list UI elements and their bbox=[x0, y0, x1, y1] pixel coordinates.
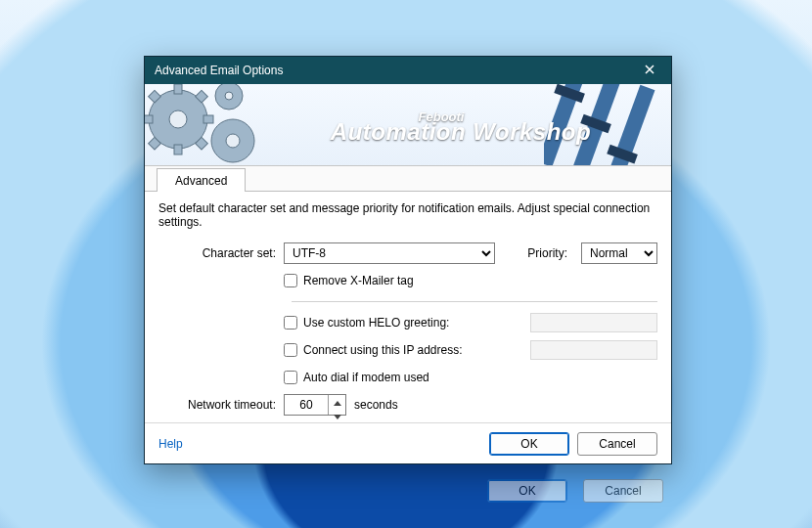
helo-field[interactable] bbox=[530, 313, 657, 332]
close-button[interactable] bbox=[634, 60, 665, 81]
titlebar[interactable]: Advanced Email Options bbox=[145, 57, 671, 84]
priority-label: Priority: bbox=[527, 246, 573, 260]
svg-rect-2 bbox=[174, 84, 182, 94]
tab-content: Set default character set and message pr… bbox=[145, 192, 671, 458]
timeout-up-button[interactable] bbox=[329, 395, 345, 409]
svg-rect-4 bbox=[145, 115, 153, 123]
bg-cancel-button: Cancel bbox=[583, 479, 663, 503]
titlebar-title: Advanced Email Options bbox=[155, 64, 634, 77]
timeout-down-button[interactable] bbox=[329, 409, 345, 422]
banner: Febooti Automation Workshop bbox=[145, 84, 671, 166]
autodial-checkbox[interactable]: Auto dial if modem used bbox=[284, 371, 429, 384]
svg-rect-3 bbox=[174, 145, 182, 154]
brand-text: Febooti Automation Workshop bbox=[260, 110, 661, 146]
tab-advanced[interactable]: Advanced bbox=[157, 168, 246, 192]
ip-label: Connect using this IP address: bbox=[303, 343, 463, 357]
description-text: Set default character set and message pr… bbox=[158, 201, 657, 229]
remove-xmailer-label: Remove X-Mailer tag bbox=[303, 274, 414, 287]
helo-checkbox[interactable]: Use custom HELO greeting: bbox=[284, 316, 449, 330]
helo-label: Use custom HELO greeting: bbox=[303, 316, 449, 330]
timeout-spinner[interactable] bbox=[284, 394, 346, 416]
brand-big: Automation Workshop bbox=[331, 118, 591, 145]
svg-rect-5 bbox=[203, 115, 213, 123]
close-icon bbox=[645, 64, 654, 77]
priority-select[interactable]: Normal bbox=[581, 242, 657, 264]
ip-input[interactable] bbox=[284, 343, 297, 357]
cancel-button[interactable]: Cancel bbox=[577, 432, 657, 456]
ip-checkbox[interactable]: Connect using this IP address: bbox=[284, 343, 463, 357]
charset-select[interactable]: UTF-8 bbox=[284, 242, 495, 264]
remove-xmailer-input[interactable] bbox=[284, 274, 297, 287]
timeout-label: Network timeout: bbox=[158, 398, 284, 412]
chevron-up-icon bbox=[334, 395, 341, 409]
dialog-advanced-email-options: Advanced Email Options bbox=[144, 56, 672, 464]
remove-xmailer-checkbox[interactable]: Remove X-Mailer tag bbox=[284, 274, 414, 287]
help-link[interactable]: Help bbox=[158, 437, 183, 451]
separator-1 bbox=[292, 301, 657, 302]
autodial-label: Auto dial if modem used bbox=[303, 371, 429, 384]
charset-label: Character set: bbox=[158, 246, 284, 260]
chevron-down-icon bbox=[334, 409, 341, 422]
bg-ok-button: OK bbox=[487, 479, 567, 503]
ip-field[interactable] bbox=[530, 340, 657, 360]
svg-point-11 bbox=[226, 134, 240, 148]
tabstrip: Advanced bbox=[145, 166, 671, 192]
timeout-input[interactable] bbox=[285, 395, 328, 415]
ok-button[interactable]: OK bbox=[489, 432, 569, 456]
helo-input[interactable] bbox=[284, 316, 297, 330]
svg-point-1 bbox=[169, 110, 187, 128]
background-dialog-buttons: OK Cancel bbox=[479, 479, 663, 503]
svg-point-13 bbox=[225, 92, 233, 100]
seconds-label: seconds bbox=[354, 398, 398, 412]
dialog-footer: Help OK Cancel bbox=[145, 422, 671, 463]
autodial-input[interactable] bbox=[284, 371, 297, 384]
